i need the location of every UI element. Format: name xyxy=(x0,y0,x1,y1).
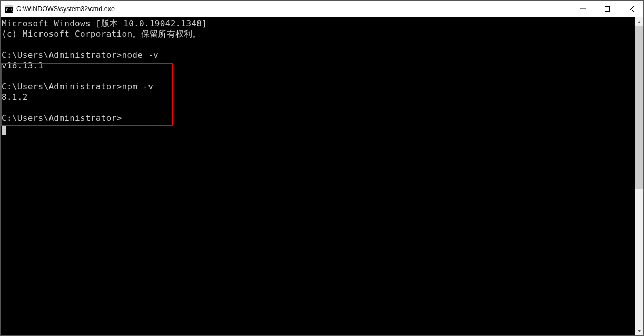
output-line: 8.1.2 xyxy=(2,92,28,102)
svg-marker-8 xyxy=(638,330,641,332)
prompt: C:\Users\Administrator> xyxy=(2,50,122,60)
banner-line: Microsoft Windows [版本 10.0.19042.1348] xyxy=(2,18,207,28)
window-controls xyxy=(571,1,643,17)
svg-marker-7 xyxy=(638,21,641,23)
titlebar[interactable]: C:\ C:\WINDOWS\system32\cmd.exe xyxy=(1,1,643,17)
cmd-icon: C:\ xyxy=(5,5,13,13)
banner-line: (c) Microsoft Corporation。保留所有权利。 xyxy=(2,29,201,39)
vertical-scrollbar[interactable] xyxy=(635,17,643,335)
console-output[interactable]: Microsoft Windows [版本 10.0.19042.1348] (… xyxy=(1,17,635,335)
svg-rect-4 xyxy=(605,6,610,11)
svg-rect-1 xyxy=(5,5,13,7)
prompt: C:\Users\Administrator> xyxy=(2,82,122,91)
output-line: v16.13.1 xyxy=(2,60,43,70)
scrollbar-up-arrow-icon[interactable] xyxy=(635,17,643,26)
scrollbar-track[interactable] xyxy=(635,26,643,327)
window-title: C:\WINDOWS\system32\cmd.exe xyxy=(16,5,571,13)
close-button[interactable] xyxy=(619,1,643,17)
command-text: node -v xyxy=(122,50,158,60)
minimize-button[interactable] xyxy=(571,1,595,17)
svg-text:C:\: C:\ xyxy=(6,8,13,12)
command-text: npm -v xyxy=(122,82,153,91)
cursor xyxy=(2,125,6,135)
scrollbar-thumb[interactable] xyxy=(635,26,643,189)
console-area: Microsoft Windows [版本 10.0.19042.1348] (… xyxy=(1,17,643,335)
prompt: C:\Users\Administrator> xyxy=(2,113,122,123)
maximize-button[interactable] xyxy=(595,1,619,17)
scrollbar-down-arrow-icon[interactable] xyxy=(635,327,643,335)
command-prompt-window: C:\ C:\WINDOWS\system32\cmd.exe Microsof… xyxy=(0,0,644,336)
